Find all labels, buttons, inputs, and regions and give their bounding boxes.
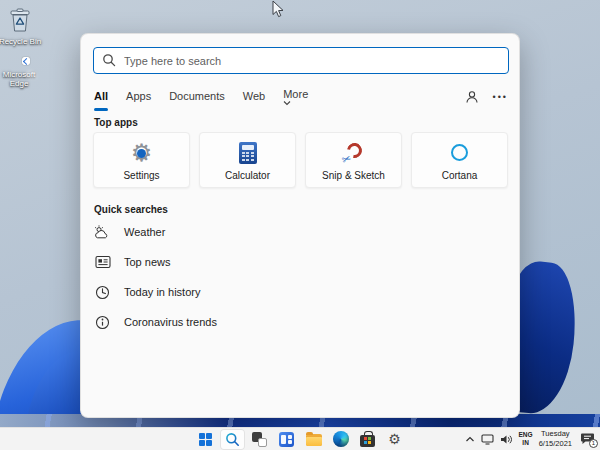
calculator-icon xyxy=(239,142,257,164)
cortana-ring-icon xyxy=(451,144,468,161)
desktop: Recycle Bin Microsoft Edge All Apps Docu… xyxy=(0,0,600,450)
quick-search-coronavirus-trends[interactable]: Coronavirus trends xyxy=(94,312,394,332)
tab-all[interactable]: All xyxy=(94,90,108,104)
widgets-icon xyxy=(279,432,294,447)
desktop-icon-microsoft-edge[interactable]: Microsoft Edge xyxy=(0,50,51,88)
store-button[interactable] xyxy=(355,429,380,450)
more-options-icon[interactable]: ••• xyxy=(493,92,508,102)
windows-logo-icon xyxy=(199,433,212,446)
top-app-snip-sketch[interactable]: ✂ Snip & Sketch xyxy=(305,132,402,188)
task-view-button[interactable] xyxy=(247,429,272,450)
tab-web[interactable]: Web xyxy=(243,90,265,104)
search-filter-tabs: All Apps Documents Web More ••• xyxy=(94,86,508,108)
language-indicator[interactable]: ENGIN xyxy=(519,431,533,447)
recycle-bin-icon xyxy=(0,5,52,35)
tab-documents[interactable]: Documents xyxy=(169,90,225,104)
clock-date[interactable]: Tuesday6/15/2021 xyxy=(539,429,572,449)
weather-icon xyxy=(94,225,111,240)
search-box xyxy=(93,47,509,74)
account-icon[interactable] xyxy=(465,90,479,104)
system-tray: ENGIN Tuesday6/15/2021 1 xyxy=(465,428,596,450)
tab-apps[interactable]: Apps xyxy=(126,90,151,104)
edge-icon xyxy=(333,431,349,447)
search-icon xyxy=(102,53,116,67)
top-app-settings[interactable]: ⚙ Settings xyxy=(93,132,190,188)
tray-day: Tuesday xyxy=(541,429,570,438)
task-view-icon xyxy=(252,432,267,447)
shortcut-arrow-icon xyxy=(22,57,30,65)
tray-date: 6/15/2021 xyxy=(539,439,572,448)
section-title-quick-searches: Quick searches xyxy=(94,204,168,215)
widgets-button[interactable] xyxy=(274,429,299,450)
info-icon xyxy=(94,315,111,330)
volume-icon[interactable] xyxy=(500,434,513,445)
quick-search-top-news[interactable]: Top news xyxy=(94,252,394,272)
settings-button[interactable]: ⚙ xyxy=(382,429,407,450)
notification-center-button[interactable]: 1 xyxy=(578,431,596,447)
search-icon xyxy=(225,432,240,447)
gear-icon: ⚙ xyxy=(131,141,153,165)
top-apps-list: ⚙ Settings Calculator ✂ Snip & Sketch Co… xyxy=(93,132,509,188)
network-icon[interactable] xyxy=(481,434,494,445)
top-app-cortana[interactable]: Cortana xyxy=(411,132,508,188)
tab-more[interactable]: More xyxy=(283,87,311,108)
folder-icon xyxy=(306,434,322,446)
top-app-calculator[interactable]: Calculator xyxy=(199,132,296,188)
tray-chevron-up-icon[interactable] xyxy=(465,436,475,443)
desktop-icon-recycle-bin[interactable]: Recycle Bin xyxy=(0,5,52,46)
notification-badge: 1 xyxy=(589,439,598,448)
quick-search-weather[interactable]: Weather xyxy=(94,222,394,242)
store-icon xyxy=(360,435,375,447)
quick-searches-list: Weather Top news xyxy=(94,222,394,342)
file-explorer-button[interactable] xyxy=(301,429,326,450)
clock-icon xyxy=(94,285,111,300)
snip-sketch-icon: ✂ xyxy=(343,142,365,164)
taskbar: ⚙ ENGIN Tuesda xyxy=(0,427,600,450)
gear-icon: ⚙ xyxy=(388,432,401,446)
mouse-cursor xyxy=(271,0,285,18)
start-button[interactable] xyxy=(193,429,218,450)
news-icon xyxy=(94,255,111,269)
taskbar-search-button[interactable] xyxy=(220,429,245,450)
desktop-icon-label: Recycle Bin xyxy=(0,37,52,46)
search-input[interactable] xyxy=(93,47,509,74)
quick-search-today-in-history[interactable]: Today in history xyxy=(94,282,394,302)
search-flyout-panel: All Apps Documents Web More ••• Top apps xyxy=(80,33,520,418)
chevron-down-icon xyxy=(283,100,311,106)
edge-button[interactable] xyxy=(328,429,353,450)
section-title-top-apps: Top apps xyxy=(94,117,138,128)
